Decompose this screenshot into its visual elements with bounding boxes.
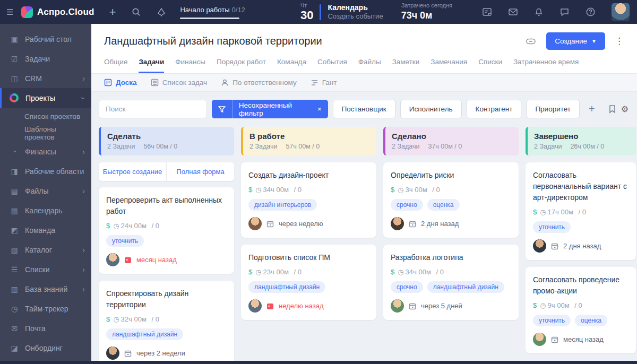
due-calendar-icon (266, 220, 274, 228)
hamburger-menu-icon[interactable]: ☰ (6, 7, 18, 17)
user-avatar[interactable] (612, 3, 630, 21)
calendar-date[interactable]: Чт 30 (300, 3, 313, 21)
tag[interactable]: ландшафтный дизайн (106, 328, 183, 340)
tag[interactable]: оценка (575, 315, 607, 326)
more-menu-icon[interactable]: ⋮ (615, 36, 624, 47)
search-input[interactable] (99, 100, 207, 118)
bookmark-icon[interactable] (608, 105, 616, 114)
tab-team[interactable]: Команда (277, 58, 306, 73)
onboarding-progress[interactable]: Начало работы0/12 (180, 5, 245, 19)
timer-icon: ◷ (113, 222, 119, 230)
tag[interactable]: оценка (427, 199, 460, 211)
sidebar-item-calendar[interactable]: ▦Календарь (0, 201, 91, 220)
bell-icon[interactable] (534, 7, 544, 17)
sidebar: ▣Рабочий стол ☑Задачи ◫CRM› Проекты› Спи… (0, 24, 91, 361)
task-card[interactable]: Согласовать проведение промо-акции $◷9ч … (526, 267, 636, 353)
sidebar-subitem-project-list[interactable]: Список проектов (0, 108, 91, 125)
due-date: через 5 дней (421, 302, 462, 310)
filter-author-button[interactable]: Постановщик (333, 100, 395, 118)
task-card[interactable]: Подготовить список ПМ $◷23ч 00м / 0 ланд… (241, 245, 376, 320)
budget-icon: $ (106, 222, 110, 230)
filter-icon[interactable] (212, 106, 232, 113)
add-filter-icon[interactable]: + (589, 103, 595, 115)
tag[interactable]: уточнить (533, 221, 571, 233)
tab-work-order[interactable]: Порядок работ (217, 58, 266, 73)
calendar-widget[interactable]: Календарь Создать событие (328, 3, 383, 21)
sidebar-item-lists[interactable]: ☰Списки› (0, 259, 91, 279)
filter-assignee-button[interactable]: Исполнитель (400, 100, 462, 118)
view-gantt[interactable]: Гант (311, 79, 337, 86)
launch-icon[interactable] (157, 7, 166, 17)
estimated-hours: 17ч 00м (548, 208, 573, 216)
tab-events[interactable]: События (317, 58, 347, 73)
tag[interactable]: дизайн интерьеров (248, 199, 317, 211)
notes-icon[interactable] (482, 7, 492, 17)
task-card[interactable]: Перепроверить акт выполненных работ $◷24… (99, 187, 234, 274)
budget-icon: $ (391, 268, 394, 276)
sidebar-item-tasks[interactable]: ☑Задачи (0, 49, 91, 68)
tab-general[interactable]: Общие (104, 58, 127, 73)
view-switcher: Доска Список задач По ответственному Ган… (91, 73, 637, 92)
tab-finance[interactable]: Финансы (175, 58, 205, 73)
quick-create-control: Быстрое создание Полная форма (99, 162, 234, 181)
view-board[interactable]: Доска (104, 79, 137, 86)
task-card[interactable]: Определить риски $◷3ч 00м / 0 срочнооцен… (383, 162, 519, 238)
sidebar-item-knowledge-base[interactable]: ▥База знаний› (0, 279, 91, 299)
board-settings-icon[interactable]: ⚙ (621, 104, 629, 114)
filter-priority-button[interactable]: Приоритет (526, 100, 580, 118)
date-weekday: Чт (300, 3, 313, 8)
chevron-down-icon: ▼ (591, 38, 597, 44)
task-counter: / 0 (436, 268, 443, 276)
column-done: Сделано 2 Задачи37ч 00м / 0 Определить р… (383, 127, 519, 361)
tab-lists[interactable]: Списки (478, 58, 502, 73)
sidebar-item-team[interactable]: ◩Команда (0, 220, 91, 240)
column-todo: Сделать 2 Задачи56ч 00м / 0 Быстрое созд… (99, 127, 234, 361)
sidebar-item-files[interactable]: ▤Файлы› (0, 181, 91, 201)
copy-link-icon[interactable] (525, 36, 537, 47)
quick-add-button[interactable]: + (109, 5, 116, 19)
tag[interactable]: уточнить (106, 235, 144, 247)
create-button[interactable]: Создание▼ (546, 32, 605, 50)
sidebar-item-onboarding[interactable]: ◪Онбординг (0, 338, 91, 358)
tab-time-spent[interactable]: Затраченное время (513, 58, 579, 73)
tag[interactable]: ландшафтный дизайн (427, 281, 504, 293)
sidebar-item-finance[interactable]: ◔Финансы› (0, 142, 91, 161)
tab-files[interactable]: Файлы (358, 58, 381, 73)
tag[interactable]: уточнить (533, 315, 571, 326)
sidebar-item-crm[interactable]: ◫CRM› (0, 68, 91, 88)
task-card[interactable]: Разработка логотипа $◷34ч 00м / 0 срочно… (383, 245, 519, 320)
search-icon[interactable] (132, 7, 141, 16)
finance-icon: ◔ (9, 148, 20, 156)
view-by-assignee[interactable]: По ответственному (221, 79, 297, 86)
full-form-button[interactable]: Полная форма (166, 162, 234, 181)
tab-notes[interactable]: Заметки (392, 58, 420, 73)
tab-tasks[interactable]: Задачи (139, 58, 164, 73)
tab-remarks[interactable]: Замечания (431, 58, 467, 73)
sidebar-subitem-project-templates[interactable]: Шаблоны проектов (0, 125, 91, 142)
clear-filter-icon[interactable]: × (317, 105, 328, 113)
tag[interactable]: срочно (391, 199, 423, 211)
task-card[interactable]: Согласовать первоначальный вариант с арт… (526, 162, 636, 260)
window-edge (0, 361, 637, 364)
task-card[interactable]: Спроектировать дизайн территории $◷32ч 0… (99, 281, 234, 361)
tag[interactable]: ландшафтный дизайн (248, 281, 325, 293)
quick-create-button[interactable]: Быстрое создание (99, 162, 166, 181)
task-counter: / 0 (294, 268, 301, 276)
view-task-list[interactable]: Список задач (151, 79, 208, 86)
task-card[interactable]: Создать дизайн-проект $◷34ч 00м / 0 диза… (241, 162, 376, 238)
app-logo[interactable]: Аспро.Cloud (37, 7, 94, 18)
sidebar-item-mail[interactable]: ✉Почта (0, 318, 91, 338)
sidebar-item-workspaces[interactable]: ◨Рабочие области (0, 161, 91, 181)
sidebar-item-time-tracker[interactable]: ◷Тайм-трекер (0, 299, 91, 318)
sidebar-item-desktop[interactable]: ▣Рабочий стол (0, 29, 91, 49)
tag[interactable]: срочно (391, 281, 423, 293)
help-icon[interactable] (586, 7, 596, 17)
active-filter-chip[interactable]: Несохраненный фильтр × (212, 100, 328, 118)
mail-icon[interactable] (508, 7, 518, 17)
filter-contractor-button[interactable]: Контрагент (467, 100, 522, 118)
sidebar-item-projects[interactable]: Проекты› (0, 88, 91, 108)
create-event-link[interactable]: Создать событие (328, 12, 383, 21)
chat-icon[interactable] (559, 7, 570, 17)
sidebar-item-catalog[interactable]: ▧Каталог› (0, 240, 91, 259)
calendar-title: Календарь (328, 3, 383, 13)
